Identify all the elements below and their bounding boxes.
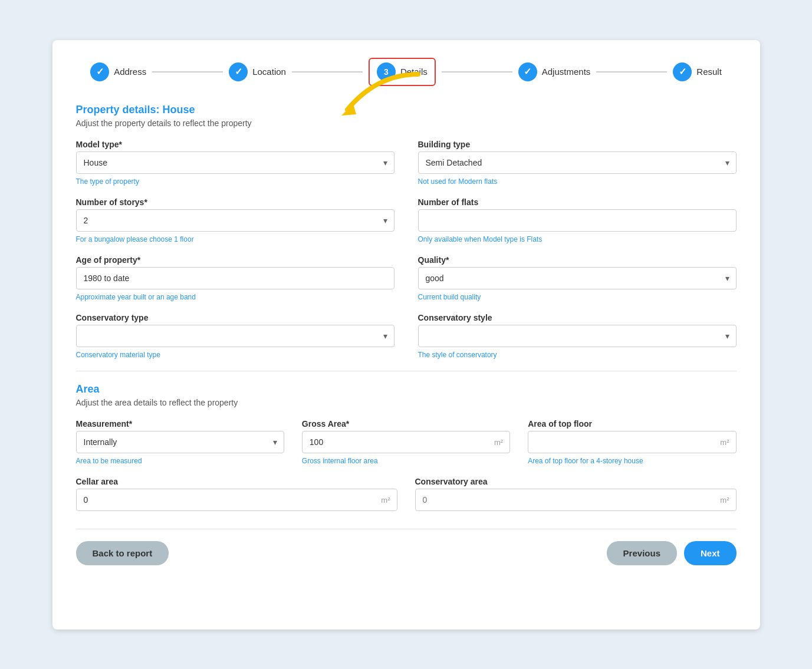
next-button[interactable]: Next	[684, 541, 737, 565]
area-subtitle: Adjust the area details to reflect the p…	[76, 398, 737, 407]
storys-group: Number of storys* 1 2 3 4 For a bungalow…	[76, 197, 395, 243]
model-type-group: Model type* House Flat Bungalow The type…	[76, 140, 395, 186]
gross-area-label: Gross Area*	[302, 419, 510, 429]
age-hint: Approximate year built or an age band	[76, 293, 395, 301]
gross-area-group: Gross Area* m² Gross internal floor area	[302, 419, 510, 465]
previous-button[interactable]: Previous	[607, 541, 677, 565]
stepper: Address Location 3 Details Adjustments R…	[76, 58, 737, 86]
top-floor-area-input[interactable]	[528, 431, 736, 453]
cellar-area-label: Cellar area	[76, 477, 397, 486]
building-type-select[interactable]: Semi Detached Detached Terraced	[418, 151, 737, 174]
age-group: Age of property* Approximate year built …	[76, 255, 395, 301]
property-details-form: Model type* House Flat Bungalow The type…	[76, 140, 737, 359]
cellar-area-input[interactable]	[76, 489, 397, 511]
top-floor-area-label: Area of top floor	[528, 419, 736, 429]
gross-area-input[interactable]	[302, 431, 510, 453]
step-line-2	[292, 71, 363, 72]
storys-select[interactable]: 1 2 3 4	[76, 209, 395, 232]
quality-select[interactable]: good average poor	[418, 267, 737, 289]
storys-hint: For a bungalow please choose 1 floor	[76, 235, 395, 243]
conservatory-area-input[interactable]	[415, 489, 737, 511]
storys-label: Number of storys*	[76, 197, 395, 207]
step-location-label: Location	[252, 67, 286, 77]
conservatory-type-select[interactable]	[76, 325, 395, 347]
measurement-group: Measurement* Internally Externally Area …	[76, 419, 284, 465]
step-result-label: Result	[696, 67, 722, 77]
model-type-label: Model type*	[76, 140, 395, 149]
top-floor-area-unit: m²	[720, 437, 729, 446]
area-title: Area	[76, 383, 737, 396]
storys-select-wrapper: 1 2 3 4	[76, 209, 395, 232]
building-type-select-wrapper: Semi Detached Detached Terraced	[418, 151, 737, 174]
area-form-grid: Measurement* Internally Externally Area …	[76, 419, 737, 465]
model-type-hint: The type of property	[76, 177, 395, 186]
quality-group: Quality* good average poor Current build…	[418, 255, 737, 301]
conservatory-area-unit: m²	[720, 495, 729, 504]
step-line-1	[152, 71, 223, 72]
conservatory-type-label: Conservatory type	[76, 313, 395, 322]
step-address-circle	[90, 62, 109, 81]
conservatory-type-group: Conservatory type Conservatory material …	[76, 313, 395, 359]
step-details-label: Details	[400, 67, 428, 77]
conservatory-area-label: Conservatory area	[415, 477, 737, 486]
cellar-area-group: Cellar area m²	[76, 477, 397, 511]
conservatory-style-select-wrapper	[418, 325, 737, 347]
conservatory-style-label: Conservatory style	[418, 313, 737, 322]
top-floor-area-group: Area of top floor m² Area of top floor f…	[528, 419, 736, 465]
property-details-section: Property details: House Adjust the prope…	[76, 104, 737, 359]
quality-select-wrapper: good average poor	[418, 267, 737, 289]
flats-hint: Only available when Model type is Flats	[418, 235, 737, 243]
flats-input[interactable]	[418, 209, 737, 232]
section-divider	[76, 371, 737, 371]
main-container: Address Location 3 Details Adjustments R…	[52, 40, 760, 630]
gross-area-hint: Gross internal floor area	[302, 457, 510, 465]
quality-hint: Current build quality	[418, 293, 737, 301]
footer-right-buttons: Previous Next	[607, 541, 737, 565]
model-type-select[interactable]: House Flat Bungalow	[76, 151, 395, 174]
gross-area-unit: m²	[494, 437, 503, 446]
quality-label: Quality*	[418, 255, 737, 265]
conservatory-style-group: Conservatory style The style of conserva…	[418, 313, 737, 359]
step-address[interactable]: Address	[90, 62, 146, 81]
building-type-hint: Not used for Modern flats	[418, 177, 737, 186]
flats-group: Number of flats Only available when Mode…	[418, 197, 737, 243]
footer: Back to report Previous Next	[76, 529, 737, 565]
building-type-group: Building type Semi Detached Detached Ter…	[418, 140, 737, 186]
top-floor-area-input-wrapper: m²	[528, 431, 736, 453]
step-details-circle: 3	[377, 62, 396, 81]
conservatory-area-input-wrapper: m²	[415, 489, 737, 511]
conservatory-area-group: Conservatory area m²	[415, 477, 737, 511]
step-adjustments[interactable]: Adjustments	[518, 62, 591, 81]
area-section: Area Adjust the area details to reflect …	[76, 383, 737, 511]
step-location[interactable]: Location	[229, 62, 286, 81]
property-details-title: Property details: House	[76, 104, 737, 116]
cellar-area-unit: m²	[381, 495, 390, 504]
age-input[interactable]	[76, 267, 395, 289]
step-line-3	[442, 71, 512, 72]
step-line-4	[596, 71, 667, 72]
measurement-select-wrapper: Internally Externally	[76, 431, 284, 453]
conservatory-type-select-wrapper	[76, 325, 395, 347]
property-details-subtitle: Adjust the property details to reflect t…	[76, 118, 737, 128]
measurement-select[interactable]: Internally Externally	[76, 431, 284, 453]
step-address-label: Address	[114, 67, 146, 77]
measurement-hint: Area to be measured	[76, 457, 284, 465]
top-floor-area-hint: Area of top floor for a 4-storey house	[528, 457, 736, 465]
area-form-grid-2: Cellar area m² Conservatory area m²	[76, 477, 737, 511]
cellar-area-input-wrapper: m²	[76, 489, 397, 511]
measurement-label: Measurement*	[76, 419, 284, 429]
step-adjustments-label: Adjustments	[542, 67, 591, 77]
step-adjustments-circle	[518, 62, 537, 81]
building-type-label: Building type	[418, 140, 737, 149]
flats-label: Number of flats	[418, 197, 737, 207]
step-result[interactable]: Result	[673, 62, 722, 81]
step-result-circle	[673, 62, 692, 81]
step-details[interactable]: 3 Details	[369, 58, 436, 86]
age-label: Age of property*	[76, 255, 395, 265]
conservatory-style-hint: The style of conservatory	[418, 351, 737, 359]
model-type-select-wrapper: House Flat Bungalow	[76, 151, 395, 174]
conservatory-style-select[interactable]	[418, 325, 737, 347]
step-location-circle	[229, 62, 248, 81]
back-to-report-button[interactable]: Back to report	[76, 541, 169, 565]
gross-area-input-wrapper: m²	[302, 431, 510, 453]
